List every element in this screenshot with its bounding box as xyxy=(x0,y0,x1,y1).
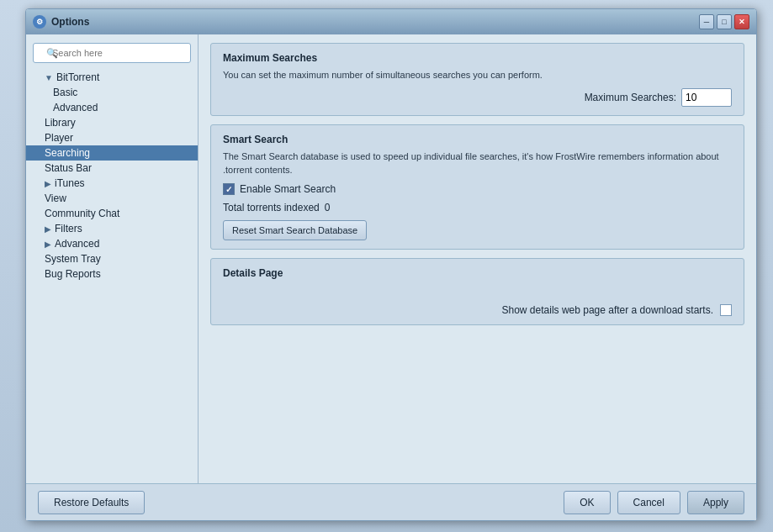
tree-item-label: Status Bar xyxy=(45,162,92,174)
tree-item-label: iTunes xyxy=(55,177,85,189)
search-box-container: 🔍 xyxy=(33,43,191,63)
reset-smart-search-button[interactable]: Reset Smart Search Database xyxy=(223,220,367,240)
tree-item-label: Searching xyxy=(45,147,90,159)
enable-smart-search-checkbox[interactable] xyxy=(223,183,235,195)
details-show-label: Show details web page after a download s… xyxy=(502,304,713,316)
max-searches-desc: You can set the maximum number of simult… xyxy=(223,69,732,82)
tree-item-label: Community Chat xyxy=(45,208,119,219)
tree-item-library[interactable]: Library xyxy=(26,115,198,130)
details-show-checkbox[interactable] xyxy=(720,304,732,316)
tree-item-bug-reports[interactable]: Bug Reports xyxy=(26,266,198,282)
tree-item-basic[interactable]: Basic xyxy=(26,85,198,100)
tree-item-label: Advanced xyxy=(55,238,99,250)
dialog-content: 🔍 ▼ BitTorrent Basic Advanced Library Pl… xyxy=(26,34,756,483)
bottom-bar-right: OK Cancel Apply xyxy=(564,491,744,514)
max-searches-input[interactable] xyxy=(681,88,732,107)
close-button[interactable]: ✕ xyxy=(734,14,749,29)
tree-item-view[interactable]: View xyxy=(26,191,198,206)
enable-smart-search-row: Enable Smart Search xyxy=(223,183,732,195)
max-searches-section: Maximum Searches You can set the maximum… xyxy=(210,43,744,116)
tree-item-label: System Tray xyxy=(45,253,101,265)
indexed-count: 0 xyxy=(325,202,331,213)
ok-button[interactable]: OK xyxy=(564,491,610,514)
bottom-bar-left: Restore Defaults xyxy=(38,491,564,514)
indexed-label: Total torrents indexed xyxy=(223,202,320,213)
enable-smart-search-label: Enable Smart Search xyxy=(240,183,336,195)
tree-item-player[interactable]: Player xyxy=(26,130,198,145)
title-bar-controls: ─ □ ✕ xyxy=(699,14,749,29)
dialog-title: Options xyxy=(51,16,699,28)
tree-item-advanced-bt[interactable]: Advanced xyxy=(26,100,198,115)
tree-item-itunes[interactable]: ▶ iTunes xyxy=(26,176,198,191)
tree-item-label: BitTorrent xyxy=(56,71,99,83)
options-dialog: ⚙ Options ─ □ ✕ 🔍 ▼ BitTorrent Basic xyxy=(25,8,757,521)
expand-icon: ▼ xyxy=(45,73,53,82)
indexed-row: Total torrents indexed 0 xyxy=(223,202,732,213)
dialog-icon: ⚙ xyxy=(33,15,46,29)
bottom-bar: Restore Defaults OK Cancel Apply xyxy=(26,483,756,520)
tree-item-label: Library xyxy=(45,117,76,129)
expand-icon: ▶ xyxy=(45,224,51,234)
details-show-row: Show details web page after a download s… xyxy=(223,304,732,316)
maximize-button[interactable]: □ xyxy=(717,14,732,29)
max-searches-field-row: Maximum Searches: xyxy=(223,88,732,107)
apply-button[interactable]: Apply xyxy=(687,491,744,514)
tree-item-searching[interactable]: Searching xyxy=(26,145,198,161)
restore-defaults-button[interactable]: Restore Defaults xyxy=(38,491,145,514)
details-page-section: Details Page Show details web page after… xyxy=(210,258,744,325)
tree-item-label: Advanced xyxy=(53,102,98,113)
details-page-title: Details Page xyxy=(223,267,732,279)
smart-search-desc: The Smart Search database is used to spe… xyxy=(223,150,732,176)
tree-item-label: Filters xyxy=(55,223,82,234)
search-box-wrap: 🔍 xyxy=(26,40,198,66)
tree-item-community-chat[interactable]: Community Chat xyxy=(26,206,198,221)
expand-icon: ▶ xyxy=(45,179,51,188)
tree-item-label: Player xyxy=(45,132,73,144)
max-searches-label: Maximum Searches: xyxy=(585,92,676,103)
tree-item-label: Basic xyxy=(53,87,77,98)
search-input[interactable] xyxy=(33,43,191,63)
max-searches-title: Maximum Searches xyxy=(223,52,732,64)
left-panel: 🔍 ▼ BitTorrent Basic Advanced Library Pl… xyxy=(26,34,199,483)
tree-item-label: View xyxy=(45,192,66,204)
tree-item-system-tray[interactable]: System Tray xyxy=(26,251,198,266)
title-bar: ⚙ Options ─ □ ✕ xyxy=(26,9,756,34)
right-panel: Maximum Searches You can set the maximum… xyxy=(199,34,756,483)
tree-item-label: Bug Reports xyxy=(45,268,101,280)
expand-icon: ▶ xyxy=(45,240,51,249)
minimize-button[interactable]: ─ xyxy=(699,14,714,29)
smart-search-title: Smart Search xyxy=(223,134,732,145)
tree-item-advanced[interactable]: ▶ Advanced xyxy=(26,236,198,251)
tree-item-filters[interactable]: ▶ Filters xyxy=(26,221,198,236)
tree-item-bittorrent[interactable]: ▼ BitTorrent xyxy=(26,70,198,85)
tree-item-status-bar[interactable]: Status Bar xyxy=(26,161,198,176)
cancel-button[interactable]: Cancel xyxy=(617,491,680,514)
smart-search-section: Smart Search The Smart Search database i… xyxy=(210,124,744,250)
